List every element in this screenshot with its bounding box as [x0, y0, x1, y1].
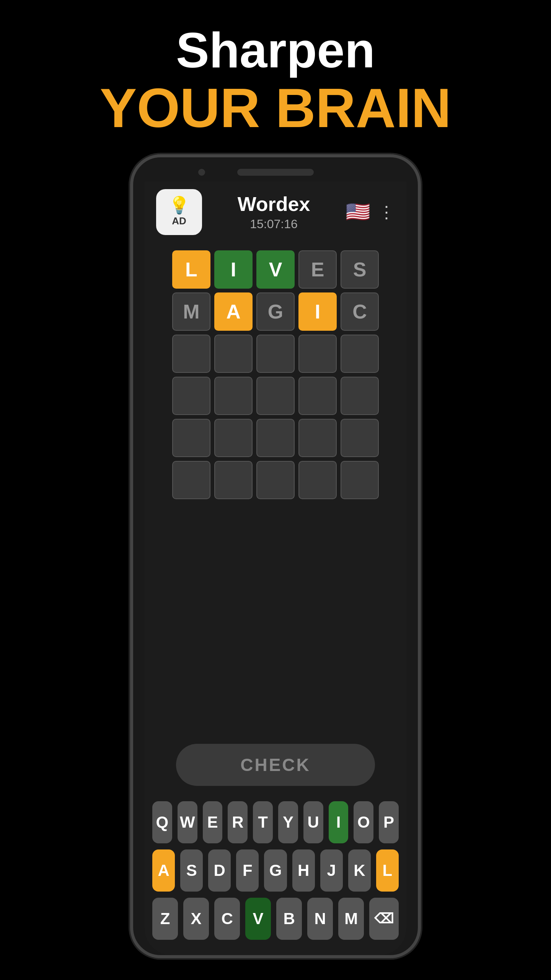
- key-p[interactable]: P: [379, 801, 399, 843]
- cell-3-4: [298, 335, 337, 373]
- cell-5-3: [256, 419, 295, 457]
- key-t[interactable]: T: [253, 801, 273, 843]
- key-v[interactable]: V: [245, 898, 271, 940]
- key-backspace[interactable]: ⌫: [369, 898, 399, 940]
- key-q[interactable]: Q: [152, 801, 172, 843]
- key-i[interactable]: I: [329, 801, 349, 843]
- game-topbar: 💡 AD Wordex 15:07:16 🇺🇸 ⋮: [145, 181, 406, 243]
- cell-2-2: A: [214, 292, 253, 331]
- key-y[interactable]: Y: [278, 801, 298, 843]
- key-f[interactable]: F: [236, 849, 259, 892]
- key-m[interactable]: M: [338, 898, 364, 940]
- ad-button[interactable]: 💡 AD: [156, 189, 202, 235]
- word-grid: L I V E S M A G I C: [172, 250, 379, 499]
- keyboard-row-3: Z X C V B N M ⌫: [152, 898, 399, 940]
- key-l[interactable]: L: [376, 849, 399, 892]
- cell-5-2: [214, 419, 253, 457]
- keyboard-area: Q W E R T Y U I O P A S D F G H J K: [145, 801, 406, 955]
- bulb-icon: 💡: [169, 197, 190, 214]
- check-label: CHECK: [240, 755, 311, 775]
- cell-2-3: G: [256, 292, 295, 331]
- cell-3-2: [214, 335, 253, 373]
- grid-row-2: M A G I C: [172, 292, 379, 331]
- cell-4-1: [172, 377, 210, 415]
- cell-5-5: [341, 419, 379, 457]
- cell-3-1: [172, 335, 210, 373]
- key-z[interactable]: Z: [152, 898, 178, 940]
- grid-row-5: [172, 419, 379, 457]
- grid-row-1: L I V E S: [172, 250, 379, 289]
- header-section: Sharpen YOUR BRAIN: [100, 0, 451, 139]
- keyboard-row-2: A S D F G H J K L: [152, 849, 399, 892]
- cell-1-3: V: [256, 250, 295, 289]
- grid-row-3: [172, 335, 379, 373]
- phone-side-button: [418, 280, 421, 326]
- cell-3-3: [256, 335, 295, 373]
- menu-icon[interactable]: ⋮: [378, 202, 395, 222]
- cell-6-5: [341, 461, 379, 499]
- key-u[interactable]: U: [303, 801, 323, 843]
- cell-6-1: [172, 461, 210, 499]
- key-g[interactable]: G: [264, 849, 287, 892]
- key-r[interactable]: R: [228, 801, 248, 843]
- header-brain: YOUR BRAIN: [100, 78, 451, 139]
- cell-4-4: [298, 377, 337, 415]
- key-b[interactable]: B: [276, 898, 302, 940]
- phone-top-bar: [145, 157, 406, 181]
- game-timer: 15:07:16: [250, 217, 298, 231]
- topbar-icons: 🇺🇸 ⋮: [346, 200, 395, 224]
- key-s[interactable]: S: [180, 849, 203, 892]
- cell-5-1: [172, 419, 210, 457]
- key-j[interactable]: J: [320, 849, 343, 892]
- key-w[interactable]: W: [178, 801, 197, 843]
- cell-2-1: M: [172, 292, 210, 331]
- cell-2-4: I: [298, 292, 337, 331]
- cell-6-3: [256, 461, 295, 499]
- cell-3-5: [341, 335, 379, 373]
- cell-1-4: E: [298, 250, 337, 289]
- key-d[interactable]: D: [208, 849, 231, 892]
- check-button[interactable]: CHECK: [176, 744, 375, 786]
- cell-4-3: [256, 377, 295, 415]
- key-e[interactable]: E: [203, 801, 223, 843]
- game-title: Wordex: [238, 193, 310, 216]
- cell-6-2: [214, 461, 253, 499]
- key-c[interactable]: C: [214, 898, 240, 940]
- cell-2-5: C: [341, 292, 379, 331]
- cell-1-5: S: [341, 250, 379, 289]
- key-a[interactable]: A: [152, 849, 175, 892]
- key-x[interactable]: X: [183, 898, 209, 940]
- cell-1-2: I: [214, 250, 253, 289]
- key-h[interactable]: H: [292, 849, 315, 892]
- key-o[interactable]: O: [354, 801, 373, 843]
- header-sharpen: Sharpen: [176, 23, 375, 78]
- cell-4-5: [341, 377, 379, 415]
- key-n[interactable]: N: [307, 898, 333, 940]
- key-k[interactable]: K: [348, 849, 371, 892]
- cell-1-1: L: [172, 250, 210, 289]
- phone-frame: 💡 AD Wordex 15:07:16 🇺🇸 ⋮ L I V E S: [130, 154, 421, 958]
- phone-camera: [198, 169, 205, 176]
- phone-speaker: [237, 169, 314, 176]
- ad-label: AD: [172, 215, 186, 227]
- flag-icon[interactable]: 🇺🇸: [346, 200, 370, 224]
- app-content: 💡 AD Wordex 15:07:16 🇺🇸 ⋮ L I V E S: [145, 181, 406, 955]
- grid-row-6: [172, 461, 379, 499]
- cell-5-4: [298, 419, 337, 457]
- keyboard-row-1: Q W E R T Y U I O P: [152, 801, 399, 843]
- game-title-area: Wordex 15:07:16: [202, 193, 346, 231]
- cell-4-2: [214, 377, 253, 415]
- grid-row-4: [172, 377, 379, 415]
- cell-6-4: [298, 461, 337, 499]
